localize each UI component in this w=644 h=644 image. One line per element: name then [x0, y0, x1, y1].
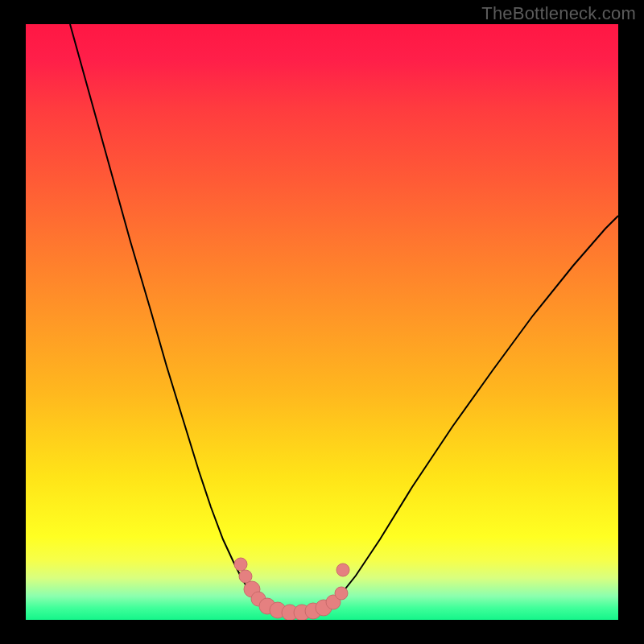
bottleneck-curve-svg [26, 24, 618, 620]
watermark-label: TheBottleneck.com [481, 3, 636, 24]
data-marker [234, 558, 247, 571]
data-marker [336, 564, 349, 576]
plot-area [26, 24, 618, 620]
bottleneck-curve [70, 24, 618, 613]
marker-layer [234, 558, 349, 620]
chart-frame: TheBottleneck.com [0, 0, 644, 644]
data-marker [335, 587, 348, 600]
data-marker [239, 570, 252, 583]
